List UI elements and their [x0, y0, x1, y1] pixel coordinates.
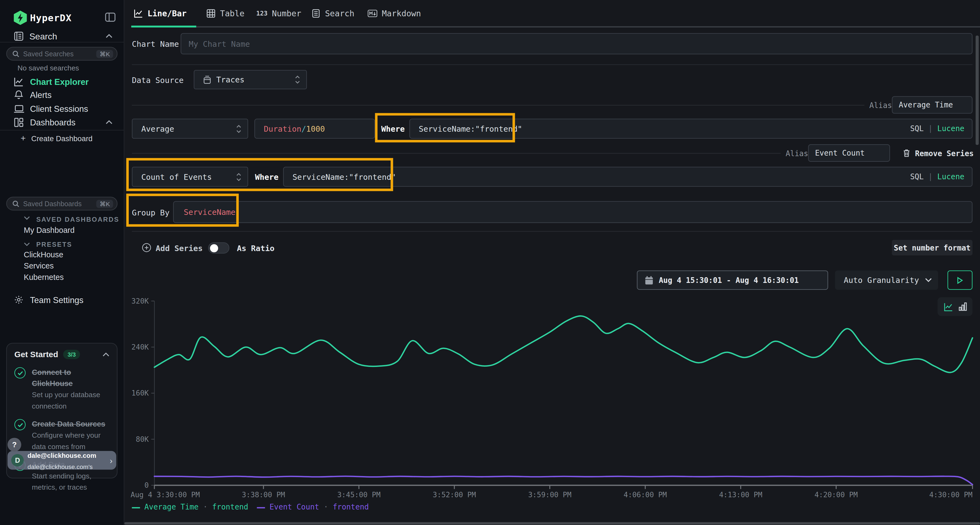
sidebar-item-services[interactable]: Services [24, 262, 54, 270]
task-create-data-sources[interactable]: Create Data Sources Configure where your… [14, 418, 110, 452]
field-token: Duration [264, 124, 301, 133]
where-input-1[interactable]: ServiceName:"frontend" SQL | Lucene [409, 119, 973, 138]
divider [0, 130, 124, 130]
user-workspace: dale@clickhouse.com's [27, 463, 93, 470]
no-saved-searches-text: No saved searches [18, 64, 79, 72]
alias-input-average-time[interactable] [892, 96, 972, 114]
svg-text:80K: 80K [136, 435, 149, 443]
saved-searches-input[interactable]: Saved Searches ⌘K [6, 47, 118, 61]
query-language-switch: SQL | Lucene [910, 173, 964, 181]
divider [132, 153, 780, 154]
legend-swatch [132, 507, 140, 508]
legend-separator: · [319, 503, 332, 511]
trash-icon[interactable] [902, 149, 911, 157]
query-language-switch: SQL | Lucene [910, 124, 964, 133]
hyperdx-logo-icon[interactable] [14, 11, 27, 25]
tab-table[interactable]: Table [206, 9, 245, 18]
chevron-down-icon[interactable] [24, 216, 30, 220]
run-query-button[interactable] [948, 270, 973, 290]
select-caret-icon [295, 76, 300, 84]
aggregation-value: Average [141, 124, 174, 133]
sql-toggle[interactable]: SQL [910, 124, 924, 133]
time-range-input[interactable]: Aug 4 15:30:01 - Aug 4 16:30:01 [637, 270, 828, 290]
chart-legend[interactable]: Average Time · frontendEvent Count · fro… [132, 503, 369, 511]
where-query-text: ServiceName:"frontend" [419, 124, 522, 133]
legend-item[interactable]: Event Count · frontend [257, 503, 369, 511]
field-expression-input[interactable]: Duration/1000 [254, 119, 375, 138]
lucene-toggle[interactable]: Lucene [937, 124, 964, 133]
group-by-input[interactable]: ServiceName [173, 201, 972, 223]
task-connect-clickhouse[interactable]: Connect to ClickHouse Set up your databa… [14, 366, 110, 411]
where-input-2[interactable]: ServiceName:"frontend" SQL | Lucene [283, 167, 972, 187]
shortcut-badge: ⌘K [96, 200, 113, 208]
chevron-up-icon[interactable] [106, 34, 113, 38]
tab-markdown[interactable]: Markdown [368, 9, 421, 18]
legend-item[interactable]: Average Time · frontend [132, 503, 248, 511]
create-dashboard-button[interactable]: Create Dashboard [31, 134, 92, 143]
where-label-2: Where [255, 173, 278, 182]
avatar: D [11, 454, 24, 466]
check-circle-icon [14, 419, 25, 430]
time-range-value: Aug 4 15:30:01 - Aug 4 16:30:01 [659, 276, 799, 284]
plus-icon: + [21, 133, 26, 143]
user-menu[interactable]: D dale@clickhouse.com dale@clickhouse.co… [8, 451, 116, 470]
sidebar-item-client-sessions[interactable]: Client Sessions [30, 104, 88, 113]
calendar-icon [645, 276, 653, 284]
group-title-saved-dashboards[interactable]: SAVED DASHBOARDS [36, 216, 119, 223]
chevron-down-icon[interactable] [24, 243, 30, 246]
granularity-select[interactable]: Auto Granularity [835, 270, 938, 290]
group-title-presets[interactable]: PRESETS [36, 241, 72, 248]
svg-text:3:45:00 PM: 3:45:00 PM [337, 490, 380, 499]
aggregation-select-2[interactable]: Count of Events [132, 167, 248, 187]
chevron-right-icon: › [110, 456, 113, 465]
bell-icon [14, 90, 24, 100]
legend-group-name: frontend [212, 503, 248, 511]
where-label-1: Where [381, 124, 405, 133]
legend-separator: · [199, 503, 212, 511]
sidebar-section-search[interactable]: Search [29, 31, 57, 41]
task-desc: Set up your database connection [32, 391, 100, 410]
svg-text:3:38:00 PM: 3:38:00 PM [242, 490, 285, 499]
svg-text:4:30:00 PM: 4:30:00 PM [929, 490, 973, 499]
check-circle-icon [14, 367, 25, 378]
sidebar-item-clickhouse[interactable]: ClickHouse [24, 251, 63, 259]
data-source-select[interactable]: Traces [194, 70, 307, 89]
tab-search[interactable]: Search [311, 9, 354, 18]
sql-toggle[interactable]: SQL [910, 173, 924, 181]
svg-text:3:59:00 PM: 3:59:00 PM [528, 490, 571, 499]
tab-line-bar[interactable]: Line/Bar [134, 9, 186, 18]
vertical-scrollbar[interactable] [976, 36, 978, 145]
chevron-up-icon[interactable] [103, 352, 110, 357]
sidebar-collapse-icon[interactable] [105, 13, 116, 22]
chart-name-input[interactable] [181, 33, 973, 54]
sidebar-item-team-settings[interactable]: Team Settings [30, 295, 83, 305]
add-series-button[interactable]: Add Series [156, 243, 203, 253]
select-caret-icon [236, 125, 241, 133]
lucene-toggle[interactable]: Lucene [937, 173, 964, 181]
operator-token: / [301, 124, 306, 133]
divider [132, 105, 864, 106]
timeseries-chart[interactable]: 080K160K240K320KAug 4 3:30:00 PM3:38:00 … [125, 287, 980, 518]
divider [132, 231, 972, 232]
help-button[interactable]: ? [8, 438, 22, 452]
sidebar-item-kubernetes[interactable]: Kubernetes [24, 273, 64, 282]
legend-series-name: Event Count [269, 503, 319, 511]
sidebar-item-chart-explorer[interactable]: Chart Explorer [30, 78, 89, 87]
svg-text:160K: 160K [132, 389, 149, 397]
aggregation-select-1[interactable]: Average [132, 119, 248, 138]
chevron-up-icon[interactable] [106, 120, 113, 124]
123-icon: 123 [256, 10, 267, 17]
as-ratio-toggle[interactable] [208, 243, 229, 254]
sidebar-item-dashboards[interactable]: Dashboards [30, 118, 75, 127]
set-number-format-button[interactable]: Set number format [892, 240, 972, 255]
alias-input-event-count[interactable] [808, 144, 890, 162]
plus-circle-icon [142, 243, 151, 252]
legend-swatch [257, 507, 265, 508]
sidebar-item-alerts[interactable]: Alerts [30, 90, 51, 100]
saved-dashboards-input[interactable]: Saved Dashboards ⌘K [6, 197, 118, 211]
tab-number[interactable]: 123 Number [256, 9, 301, 18]
sidebar-item-my-dashboard[interactable]: My Dashboard [24, 226, 75, 235]
remove-series-button[interactable]: Remove Series [915, 149, 974, 158]
group-by-label: Group By [132, 208, 169, 217]
horizontal-scrollbar[interactable] [124, 522, 980, 525]
